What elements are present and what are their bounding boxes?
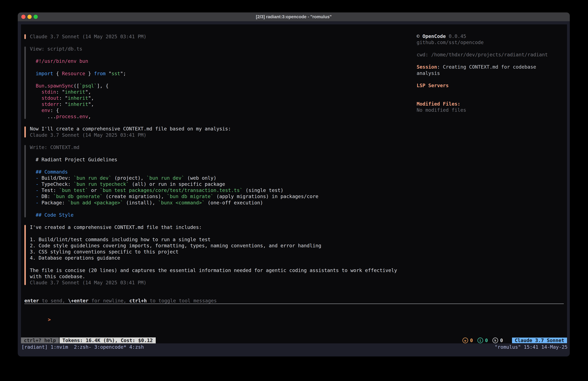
text-segment: spawnSync [47,83,74,89]
chat-transcript: Claude 3.7 Sonnet (14 May 2025 03:41 PM)… [24,34,415,286]
status-right: w0i0h0 Claude 3.7 Sonnet [462,337,567,343]
text-segment: inherit [68,95,88,101]
text-segment: No modified files [417,107,466,113]
text-segment: enter [24,298,39,304]
text-segment: for newline, [88,298,129,304]
chat-line [30,52,126,58]
token-usage: Tokens: 16.4K (8%), Cost: $0.12 [60,337,156,343]
text-segment: 2. Code style guidelines covering import… [30,243,321,248]
info-icon: i0 [478,337,488,343]
text-segment: DB: [39,194,53,199]
text-segment: , [88,114,91,119]
text-segment: { [53,71,62,76]
chat-line: # Radiant Project Guidelines [30,157,318,163]
text-segment [30,71,36,76]
text-segment: (project), [111,175,147,181]
session-sidebar: © OpenCode 0.0.45github.com/sst/opencode… [417,33,567,113]
chat-line: stdout: "inherit", [30,95,126,101]
text-segment: Creating CONTEXT.md for codebase [443,64,536,70]
text-segment: `bun add <package>` [68,200,123,205]
sidebar-line: Modified Files: [417,101,567,107]
text-segment [30,101,42,107]
text-segment: : " [59,101,68,107]
text-segment: inherit [65,89,85,95]
chat-line: Bun.spawnSync([`psql`], { [30,83,126,89]
text-segment: Claude 3.7 Sonnet (14 May 2025 03:41 PM) [30,280,146,285]
traffic-lights [21,12,38,21]
chat-line: stdin: "inherit", [30,89,126,95]
text-segment: stdin [42,89,56,95]
sidebar-line: Session: Creating CONTEXT.md for codebas… [417,64,567,70]
model-badge[interactable]: Claude 3.7 Sonnet [512,337,567,343]
text-segment: stderr [42,101,59,107]
chat-line: 4. Database operations guidance [30,255,397,261]
text-segment: LSP Servers [417,83,449,88]
assistant-message-block: I've created a comprehensive CONTEXT.md … [24,224,415,286]
text-segment: #!/usr/bin/env bun [36,58,88,64]
desktop: { "window": { "title": "[2/3] radiant:3:… [0,0,588,381]
text-segment: `bun run dev` [147,175,185,181]
chat-line: ...process.env, [30,113,126,120]
tool-accent-bar [24,46,26,119]
sidebar-line [417,58,567,64]
text-segment: Modified Files: [417,101,460,107]
text-segment [30,58,36,64]
block-lines: Claude 3.7 Sonnet (14 May 2025 03:41 PM) [30,34,146,40]
text-segment [30,169,36,175]
text-segment: View: script/db.ts [30,46,82,52]
chat-line: stderr: "inherit", [30,101,126,107]
text-segment: (single test) [243,187,284,193]
diagnostic-count: 0 [485,337,488,343]
text-segment: to toggle tool messages [147,298,217,304]
text-segment: github.com/sst/opencode [417,40,483,45]
text-segment: Test: [39,187,59,193]
text-segment: - [36,175,39,181]
terminal-area: Claude 3.7 Sonnet (14 May 2025 03:41 PM)… [18,21,570,357]
chat-line: Claude 3.7 Sonnet (14 May 2025 03:41 PM) [30,132,231,138]
hint-icon: h0 [492,337,503,343]
text-segment: Write: CONTEXT.md [30,144,79,150]
tmux-window-list[interactable]: [radiant] 1:nvim 2:zsh- 3:opencode* 4:zs… [21,344,144,350]
text-segment: ], { [97,83,108,89]
block-lines: I've created a comprehensive CONTEXT.md … [30,224,397,286]
text-segment: 4. Database operations guidance [30,255,120,261]
text-segment: env [42,108,50,113]
chat-line: - Build/Dev: `bun run dev` (project), `b… [30,175,318,181]
text-segment [30,200,36,205]
tool-accent-bar [24,145,26,218]
text-segment: (all) or run in specific package [129,181,225,187]
text-segment: env [79,114,88,119]
text-segment: ", [88,95,94,101]
help-shortcut[interactable]: ctrl+? help [21,337,59,343]
text-segment: Claude 3.7 Sonnet (14 May 2025 03:41 PM) [30,34,146,39]
text-segment: Claude 3.7 Sonnet (14 May 2025 03:41 PM) [30,132,146,138]
text-segment: } [85,71,94,76]
assistant-message-block: Now I'll create a comprehensive CONTEXT.… [24,126,415,138]
keybinding-hint: enter to send, \+enter for newline, ctrl… [24,298,217,304]
minimize-button[interactable] [27,15,32,19]
zoom-button[interactable] [34,15,38,19]
text-segment: ctrl+h [129,298,147,304]
chat-line: View: script/db.ts [30,46,126,52]
text-segment: Bun [36,83,44,89]
text-segment: from [94,71,105,76]
text-segment: : " [59,95,68,101]
prompt-input[interactable]: > [24,311,51,316]
close-button[interactable] [21,15,25,19]
text-segment [30,194,36,199]
text-segment: ## Commands [36,169,68,175]
text-segment: with this codebase. [30,274,85,279]
chat-line [30,64,126,70]
text-segment: TypeCheck: [39,181,74,187]
chat-line [30,151,318,157]
chat-line: 3. CSS styling conventions specific to t… [30,249,397,255]
chat-line: - TypeCheck: `bun run typecheck` (all) o… [30,181,318,187]
text-segment: 0.0.45 [446,33,466,39]
text-segment: : [437,64,443,70]
window-titlebar[interactable]: [2/3] radiant:3:opencode - "romulus" [18,12,570,21]
diagnostics-counters: w0i0h0 [462,337,507,343]
text-segment: Resource [62,71,85,76]
text-segment: © [417,33,422,39]
chat-line: Claude 3.7 Sonnet (14 May 2025 03:41 PM) [30,34,146,40]
chat-line: - DB: `bun db generate` (create migratio… [30,193,318,200]
